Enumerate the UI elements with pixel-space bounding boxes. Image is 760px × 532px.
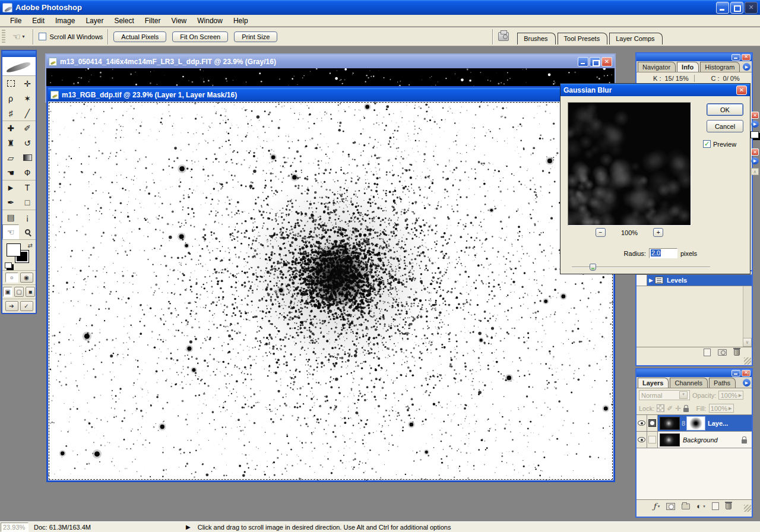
- menu-file[interactable]: File: [5, 15, 27, 26]
- hand-tool[interactable]: ☜: [2, 224, 19, 239]
- tab-histogram[interactable]: Histogram: [700, 62, 740, 72]
- well-tab-layer-comps[interactable]: Layer Comps: [609, 33, 662, 45]
- palette-titlebar[interactable]: [636, 53, 752, 61]
- opacity-field[interactable]: 100% ▸: [718, 391, 743, 400]
- file-browser-icon[interactable]: [498, 32, 509, 41]
- delete-layer-button[interactable]: [726, 503, 732, 509]
- front-doc-image[interactable]: [48, 102, 613, 480]
- new-document-from-state-button[interactable]: [704, 349, 711, 356]
- chain-link-icon[interactable]: 8: [680, 420, 687, 427]
- blur-preview-image[interactable]: [568, 102, 691, 226]
- palette-minimize-button[interactable]: [732, 370, 740, 376]
- delete-state-button[interactable]: [734, 349, 740, 356]
- tab-paths[interactable]: Paths: [709, 378, 736, 388]
- tab-layers[interactable]: Layers: [638, 378, 669, 388]
- hidden-scroll-up-icon[interactable]: ∧: [751, 168, 759, 175]
- minimize-button[interactable]: [716, 2, 729, 14]
- doc-minimize-button[interactable]: [578, 57, 588, 66]
- imageready-check-icon[interactable]: ✓: [20, 301, 33, 311]
- menu-select[interactable]: Select: [109, 15, 139, 26]
- foreground-color-swatch[interactable]: [7, 243, 21, 256]
- default-colors-icon[interactable]: [5, 262, 12, 268]
- adjustment-layer-button[interactable]: ◐: [696, 502, 701, 511]
- zoom-level-field[interactable]: 23.93%: [1, 522, 28, 532]
- menu-image[interactable]: Image: [50, 15, 80, 26]
- new-layer-button[interactable]: [712, 502, 719, 510]
- dodge-tool[interactable]: Ф: [19, 165, 36, 180]
- add-layer-mask-button[interactable]: [666, 503, 675, 510]
- layer-thumbnail[interactable]: [660, 433, 680, 446]
- smudge-tool[interactable]: ☚: [2, 165, 19, 180]
- zoom-tool[interactable]: [19, 224, 36, 239]
- menu-view[interactable]: View: [166, 15, 192, 26]
- lock-transparency-icon[interactable]: [657, 404, 664, 412]
- history-scrollbar[interactable]: ∨: [743, 286, 752, 347]
- hidden-palette-menu-button[interactable]: ▶: [751, 157, 759, 164]
- layer-thumbnail[interactable]: [660, 417, 680, 430]
- ok-button[interactable]: OK: [707, 103, 743, 116]
- layer-style-button[interactable]: ƒ: [653, 502, 656, 511]
- palette-menu-button[interactable]: ▶: [743, 63, 750, 71]
- zoom-out-button[interactable]: −: [596, 228, 606, 237]
- palette-close-button[interactable]: [742, 54, 750, 61]
- eraser-tool[interactable]: ▱: [2, 150, 19, 165]
- menu-help[interactable]: Help: [228, 15, 254, 26]
- type-tool[interactable]: T: [19, 180, 36, 195]
- history-source-column[interactable]: [636, 275, 647, 286]
- dialog-titlebar[interactable]: Gaussian Blur: [560, 84, 750, 96]
- standard-screen-button[interactable]: ▣: [3, 287, 12, 297]
- layer-name[interactable]: Laye...: [708, 420, 728, 427]
- m13-cluster-image[interactable]: [48, 102, 613, 480]
- tab-channels[interactable]: Channels: [670, 378, 707, 388]
- new-group-button[interactable]: [682, 504, 690, 509]
- new-snapshot-button[interactable]: [718, 349, 727, 356]
- cancel-button[interactable]: Cancel: [707, 120, 743, 132]
- lock-all-icon[interactable]: [683, 408, 689, 412]
- radius-input[interactable]: 2.0: [649, 248, 677, 258]
- scroll-all-windows-checkbox[interactable]: [39, 33, 46, 40]
- current-tool-dropdown[interactable]: ☜ ▾: [9, 31, 28, 42]
- healing-brush-tool[interactable]: ✚: [2, 121, 19, 135]
- resize-grip[interactable]: [744, 505, 751, 512]
- app-titlebar[interactable]: Adobe Photoshop: [0, 0, 760, 15]
- rectangular-marquee-tool[interactable]: [2, 76, 19, 91]
- back-doc-titlebar[interactable]: m13_050414_14i6x4mc14mF_LR3_L_ddp.FIT @ …: [46, 55, 615, 68]
- edit-in-imageready-button[interactable]: ➔: [5, 301, 18, 311]
- visibility-toggle[interactable]: [636, 432, 647, 448]
- history-state-levels[interactable]: ▶ Levels: [636, 274, 752, 286]
- slice-tool[interactable]: ╱: [19, 106, 36, 121]
- palette-menu-button[interactable]: ▶: [743, 379, 750, 387]
- mask-link-column[interactable]: [647, 432, 658, 448]
- palette-titlebar[interactable]: [636, 369, 752, 377]
- quick-mask-mode-button[interactable]: ◉: [20, 273, 33, 283]
- crop-tool[interactable]: ♯: [2, 106, 19, 121]
- swap-colors-icon[interactable]: ⇄: [28, 242, 33, 249]
- move-tool[interactable]: ✛: [19, 76, 36, 91]
- slider-thumb[interactable]: [590, 264, 596, 271]
- clone-stamp-tool[interactable]: ♜: [2, 135, 19, 150]
- blend-mode-select[interactable]: Normal ▾: [639, 390, 690, 400]
- tab-info[interactable]: Info: [677, 62, 699, 72]
- lock-position-icon[interactable]: ✛: [675, 404, 681, 413]
- preview-option[interactable]: ✓ Preview: [703, 140, 736, 148]
- lasso-tool[interactable]: ρ: [2, 91, 19, 106]
- layer-row-background[interactable]: Background: [636, 432, 752, 448]
- scroll-down-icon[interactable]: ∨: [743, 338, 752, 347]
- fullscreen-menubar-button[interactable]: ▢: [14, 287, 24, 297]
- doc-maximize-button[interactable]: [590, 57, 600, 66]
- status-menu-arrow-icon[interactable]: ▶: [186, 524, 191, 530]
- brush-tool[interactable]: ✐: [19, 121, 36, 135]
- menu-edit[interactable]: Edit: [27, 15, 50, 26]
- menu-layer[interactable]: Layer: [80, 15, 109, 26]
- zoom-in-button[interactable]: +: [653, 228, 663, 237]
- shape-tool[interactable]: □: [19, 195, 36, 210]
- restore-button[interactable]: [730, 2, 743, 14]
- fill-field[interactable]: 100% ▸: [709, 404, 734, 413]
- hidden-palette-close-button[interactable]: ✕: [751, 148, 759, 156]
- visibility-toggle[interactable]: [636, 415, 647, 431]
- toolbox-titlebar[interactable]: [2, 51, 36, 57]
- tab-navigator[interactable]: Navigator: [638, 62, 676, 72]
- dialog-close-button[interactable]: [736, 86, 747, 95]
- eyedropper-tool[interactable]: ¡: [19, 210, 36, 224]
- layer-name[interactable]: Background: [683, 436, 718, 444]
